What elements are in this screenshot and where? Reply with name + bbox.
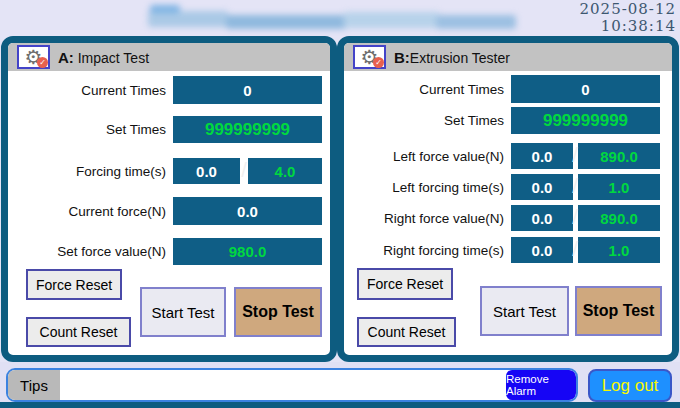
count-reset-button-b[interactable]: Count Reset [357, 317, 456, 347]
panel-b-header: ⚙ ✓ B:Extrusion Tester [344, 43, 672, 71]
row-set-times: Set Times 999999999 [8, 116, 330, 143]
start-test-button-a[interactable]: Start Test [140, 287, 226, 337]
bottom-edge-strip [0, 402, 680, 408]
right-force-current: 0.0 [511, 205, 573, 231]
panel-a-name: Impact Test [78, 50, 149, 66]
bottom-bar: Tips Remove Alarm Log out [0, 362, 680, 402]
settings-gear-button-a[interactable]: ⚙ ✓ [17, 45, 50, 69]
panel-impact-test: ⚙ ✓ A: Impact Test Current Times 0 Set T… [1, 36, 337, 362]
left-force-set[interactable]: 890.0 [578, 143, 660, 169]
date-text: 2025-08-12 [580, 1, 676, 18]
field-label: Left force value(N) [344, 143, 504, 169]
left-forcing-time-set[interactable]: 1.0 [578, 174, 660, 200]
right-forcing-time-set[interactable]: 1.0 [578, 237, 660, 263]
set-times-value[interactable]: 999999999 [173, 116, 322, 143]
current-force-value: 0.0 [173, 197, 322, 225]
check-badge-icon: ✓ [373, 57, 384, 68]
panel-a-title: A: Impact Test [58, 49, 149, 66]
datetime-display: 2025-08-12 10:38:14 [580, 1, 676, 35]
row-right-forcing-time: Right forcing time(s) 0.0 / 1.0 [344, 237, 672, 263]
force-reset-button-b[interactable]: Force Reset [357, 268, 453, 300]
settings-gear-button-b[interactable]: ⚙ ✓ [353, 45, 386, 69]
row-forcing-time: Forcing time(s) 0.0 / 4.0 [8, 158, 330, 184]
tips-message-field [60, 370, 506, 400]
row-set-force: Set force value(N) 980.0 [8, 238, 330, 265]
forcing-time-current: 0.0 [173, 158, 240, 184]
field-label: Current force(N) [8, 197, 166, 225]
slash-separator: / [567, 140, 583, 171]
field-label: Right force value(N) [344, 205, 504, 231]
row-left-forcing-time: Left forcing time(s) 0.0 / 1.0 [344, 174, 672, 200]
top-bar: 2025-08-12 10:38:14 [0, 0, 680, 36]
current-times-value: 0 [173, 76, 322, 104]
panel-b-id: B: [394, 49, 410, 66]
field-label: Current Times [344, 75, 504, 103]
panel-extrusion-tester: ⚙ ✓ B:Extrusion Tester Current Times 0 S… [337, 36, 679, 362]
row-set-times: Set Times 999999999 [344, 107, 672, 134]
field-label: Set force value(N) [8, 238, 166, 265]
row-current-force: Current force(N) 0.0 [8, 197, 330, 225]
field-label: Left forcing time(s) [344, 174, 504, 200]
count-reset-button-a[interactable]: Count Reset [26, 317, 131, 347]
panel-b-name: Extrusion Tester [410, 50, 510, 66]
set-times-value[interactable]: 999999999 [511, 107, 660, 134]
time-text: 10:38:14 [580, 18, 676, 35]
stop-test-button-a[interactable]: Stop Test [234, 287, 322, 337]
tips-label: Tips [8, 370, 60, 400]
slash-separator: / [567, 171, 583, 202]
panel-a-id: A: [58, 49, 74, 66]
right-forcing-time-current: 0.0 [511, 237, 573, 263]
field-label: Current Times [8, 76, 166, 104]
field-label: Set Times [8, 116, 166, 143]
slash-separator: / [567, 234, 583, 265]
row-left-force-value: Left force value(N) 0.0 / 890.0 [344, 143, 672, 169]
start-test-button-b[interactable]: Start Test [480, 286, 569, 336]
stop-test-button-b[interactable]: Stop Test [575, 286, 662, 336]
panel-a-header: ⚙ ✓ A: Impact Test [8, 43, 330, 71]
slash-separator: / [567, 202, 583, 233]
row-current-times: Current Times 0 [8, 76, 330, 104]
left-force-current: 0.0 [511, 143, 573, 169]
field-label: Set Times [344, 107, 504, 134]
check-badge-icon: ✓ [37, 57, 48, 68]
set-force-value[interactable]: 980.0 [173, 238, 322, 265]
window-title-blurred [148, 3, 516, 31]
force-reset-button-a[interactable]: Force Reset [26, 269, 122, 300]
forcing-time-set[interactable]: 4.0 [248, 158, 322, 184]
hmi-screen: 2025-08-12 10:38:14 ⚙ ✓ A: Impact Test C… [0, 0, 680, 408]
field-label: Forcing time(s) [8, 158, 166, 184]
tips-container: Tips Remove Alarm [6, 368, 578, 402]
row-right-force-value: Right force value(N) 0.0 / 890.0 [344, 205, 672, 231]
row-current-times: Current Times 0 [344, 75, 672, 103]
current-times-value: 0 [511, 75, 660, 103]
left-forcing-time-current: 0.0 [511, 174, 573, 200]
panel-b-title: B:Extrusion Tester [394, 49, 510, 66]
logout-button[interactable]: Log out [588, 369, 672, 402]
field-label: Right forcing time(s) [344, 237, 504, 263]
right-force-set[interactable]: 890.0 [578, 205, 660, 231]
slash-separator: / [236, 155, 252, 186]
remove-alarm-button[interactable]: Remove Alarm [506, 370, 576, 400]
